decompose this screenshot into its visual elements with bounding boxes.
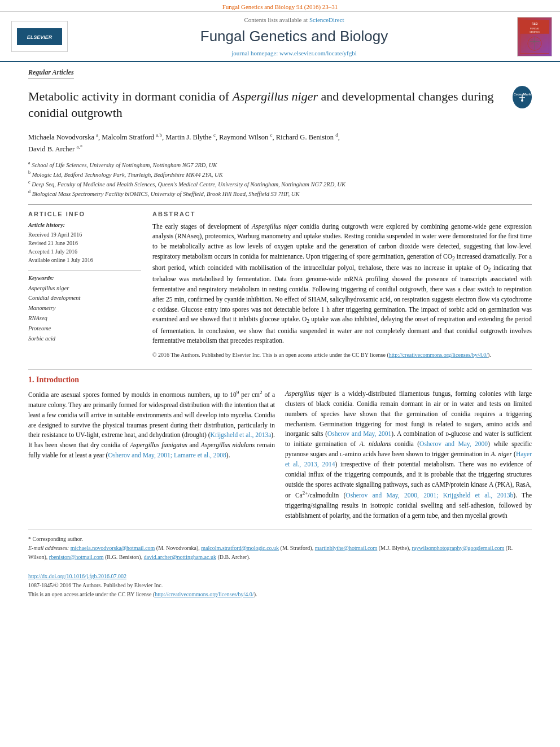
footnote-section: * Corresponding author. E-mail addresses… (28, 530, 532, 562)
abstract-column: ABSTRACT The early stages of development… (152, 211, 532, 360)
keyword-4: RNAseq (28, 313, 141, 324)
ref-krijgsheld-2013a[interactable]: Krijgsheld et al., 2013a (211, 431, 272, 438)
email-archer[interactable]: david.archer@nottingham.ac.uk (144, 554, 216, 560)
doi-link-line: http://dx.doi.org/10.1016/j.fgb.2016.07.… (28, 572, 532, 581)
keywords-list: Aspergillus niger Conidial development M… (28, 283, 141, 344)
keyword-3: Manometry (28, 303, 141, 313)
journal-homepage-link[interactable]: journal homepage: www.elsevier.com/locat… (231, 50, 357, 56)
license-text: © 2016 The Authors. Published by Elsevie… (152, 351, 532, 359)
intro-left-col: Conidia are asexual spores formed by mou… (28, 389, 275, 521)
journal-logo-svg: F&B FUNGAL GENETICS (520, 18, 549, 56)
elsevier-logo-img: ELSEVIER (17, 28, 62, 45)
title-row: Metabolic activity in dormant conidia of… (28, 83, 532, 126)
email-wilson[interactable]: raywilsonphotography@googlemail.com (412, 545, 504, 551)
svg-text:ELSEVIER: ELSEVIER (27, 34, 53, 40)
accepted-date: Accepted 1 July 2016 (28, 247, 141, 256)
article-title: Metabolic activity in dormant conidia of… (28, 89, 513, 121)
affiliation-c: c Deep Seq, Faculty of Medicine and Heal… (28, 179, 532, 189)
journal-citation: Fungal Genetics and Biology 94 (2016) 23… (222, 3, 338, 10)
main-content: Regular Articles Metabolic activity in d… (0, 62, 560, 605)
section-label: Regular Articles (28, 68, 74, 78)
affiliation-a: a School of Life Sciences, University of… (28, 160, 532, 169)
elsevier-logo-area: ELSEVIER (6, 16, 73, 56)
abstract-text: The early stages of development of Asper… (152, 222, 532, 347)
ref-osherov-may-2000[interactable]: Osherov and May, 2000 (419, 440, 488, 447)
svg-text:GENETICS: GENETICS (530, 31, 540, 33)
affiliations: a School of Life Sciences, University of… (28, 160, 532, 199)
email-stratford[interactable]: malcolm.stratford@mologic.co.uk (201, 545, 279, 551)
corresponding-author-note: * Corresponding author. (28, 535, 532, 544)
history-header: Article history: (28, 222, 141, 228)
svg-text:F&B: F&B (532, 22, 538, 25)
info-divider (28, 270, 141, 270)
journal-logo-box: F&B FUNGAL GENETICS (517, 17, 552, 56)
open-access-line: This is an open access article under the… (28, 590, 532, 599)
ref-osherov-2001-lamarre[interactable]: Osherov and May, 2001; Lamarre et al., 2… (108, 452, 226, 458)
email-novodvorska[interactable]: michaela.novodvorska@hotmail.com (71, 545, 155, 551)
keyword-6: Sorbic acid (28, 334, 141, 344)
journal-citation-bar: Fungal Genetics and Biology 94 (2016) 23… (0, 0, 560, 12)
keyword-1: Aspergillus niger (28, 283, 141, 294)
email-blythe[interactable]: martinblythe@hotmail.com (315, 545, 378, 551)
elsevier-svg: ELSEVIER (23, 29, 56, 45)
journal-title-area: Contents lists available at ScienceDirec… (79, 16, 509, 56)
svg-text:FUNGAL: FUNGAL (530, 27, 540, 30)
keyword-2: Conidial development (28, 293, 141, 303)
revised-date: Revised 21 June 2016 (28, 239, 141, 247)
intro-two-col: Conidia are asexual spores formed by mou… (28, 389, 532, 521)
email-beniston[interactable]: rbeniston@hotmail.com (49, 554, 104, 560)
received-date: Received 19 April 2016 (28, 230, 141, 239)
journal-logo-right: F&B FUNGAL GENETICS (515, 16, 554, 56)
journal-homepage: journal homepage: www.elsevier.com/locat… (79, 50, 509, 56)
article-info-header: ARTICLE INFO (28, 211, 141, 217)
sciencedirect-link[interactable]: ScienceDirect (309, 16, 344, 23)
available-date: Available online 1 July 2016 (28, 256, 141, 264)
affiliation-b: b Mologic Ltd, Bedford Technology Park, … (28, 169, 532, 179)
keywords-section: Keywords: Aspergillus niger Conidial dev… (28, 275, 141, 344)
authors-line: Michaela Novodvorska a, Malcolm Stratfor… (28, 131, 532, 155)
license-link[interactable]: http://creativecommons.org/licenses/by/4… (389, 352, 488, 358)
issn-line: 1087-1845/© 2016 The Authors. Published … (28, 581, 532, 590)
ref-osherov-2000-2001-krijg[interactable]: Osherov and May, 2000, 2001; Krijgsheld … (345, 492, 513, 499)
info-abstract-section: ARTICLE INFO Article history: Received 1… (28, 204, 532, 360)
article-history: Article history: Received 19 April 2016 … (28, 222, 141, 264)
svg-point-16 (521, 99, 523, 102)
affiliation-d: d Biological Mass Spectrometry Facility … (28, 189, 532, 198)
elsevier-logo: ELSEVIER (11, 21, 68, 52)
sciencedirect-line: Contents lists available at ScienceDirec… (79, 16, 509, 23)
doi-section: http://dx.doi.org/10.1016/j.fgb.2016.07.… (28, 569, 532, 599)
email-addresses: E-mail addresses: michaela.novodvorska@h… (28, 544, 532, 562)
crossmark-badge[interactable]: CrossMark (513, 86, 532, 108)
ref-osherov-may-2001[interactable]: Osherov and May, 2001 (327, 430, 391, 437)
doi-link[interactable]: http://dx.doi.org/10.1016/j.fgb.2016.07.… (28, 573, 126, 579)
crossmark-icon: CrossMark (514, 89, 531, 106)
intro-section-title: 1. Introduction (28, 375, 532, 385)
journal-header: ELSEVIER Contents lists available at Sci… (0, 12, 560, 62)
cc-license-link[interactable]: http://creativecommons.org/licenses/by/4… (155, 591, 253, 597)
intro-right-col: Aspergillus niger is a widely-distribute… (285, 389, 532, 521)
journal-title: Fungal Genetics and Biology (79, 28, 509, 45)
article-info-column: ARTICLE INFO Article history: Received 1… (28, 211, 141, 360)
abstract-header: ABSTRACT (152, 211, 532, 217)
keywords-header: Keywords: (28, 275, 141, 281)
introduction-section: 1. Introduction Conidia are asexual spor… (28, 369, 532, 521)
keyword-5: Proteome (28, 324, 141, 334)
